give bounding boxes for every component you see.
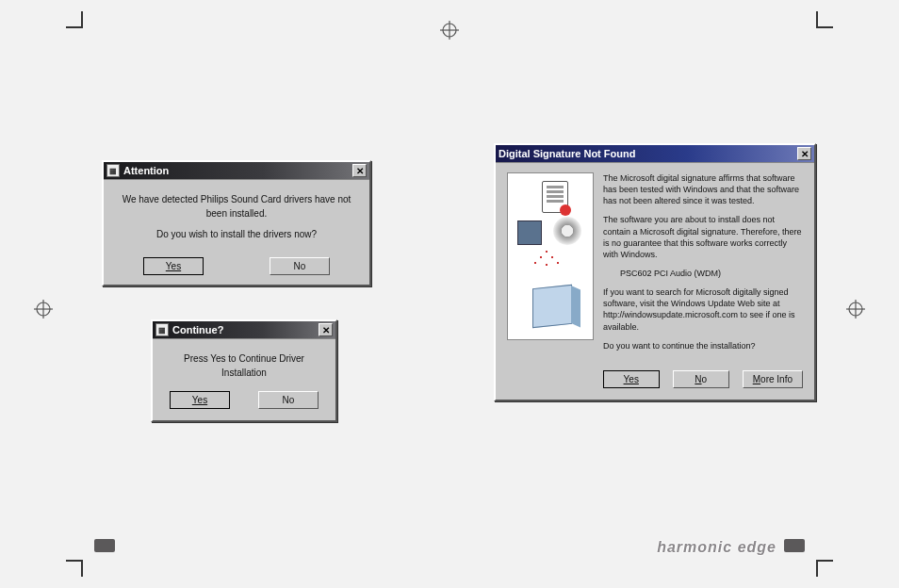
signature-para-1: The Microsoft digital signature affirms … xyxy=(603,172,803,206)
signature-titlebar[interactable]: Digital Signature Not Found ✕ xyxy=(496,145,814,163)
attention-message-2: Do you wish to install the drivers now? xyxy=(115,228,358,242)
crop-mark-bottom-right xyxy=(814,552,833,571)
crop-mark-top-right xyxy=(814,17,833,36)
signature-close-button[interactable]: ✕ xyxy=(797,147,811,160)
page-accent-right xyxy=(784,539,805,552)
computer-box-icon xyxy=(532,285,572,328)
attention-close-button[interactable]: ✕ xyxy=(352,164,367,177)
floppy-disk-icon xyxy=(517,220,542,245)
registration-mark-left xyxy=(34,300,53,318)
continue-titlebar[interactable]: ▦ Continue? ✕ xyxy=(153,321,335,339)
signature-no-button[interactable]: No xyxy=(673,370,729,388)
signature-title: Digital Signature Not Found xyxy=(499,148,797,159)
registration-mark-top xyxy=(440,21,459,40)
signature-para-2: The software you are about to install do… xyxy=(603,214,803,260)
signature-yes-button[interactable]: Yes xyxy=(603,370,660,388)
attention-yes-button[interactable]: Yes xyxy=(143,257,204,275)
continue-close-button[interactable]: ✕ xyxy=(319,323,333,336)
signature-para-3: If you want to search for Microsoft digi… xyxy=(603,286,803,333)
attention-titlebar[interactable]: ▦ Attention ✕ xyxy=(104,162,369,180)
crop-mark-top-left xyxy=(66,17,85,36)
continue-no-button[interactable]: No xyxy=(258,391,319,409)
cd-icon xyxy=(553,217,581,245)
attention-message-1: We have detected Philips Sound Card driv… xyxy=(115,193,358,220)
crop-mark-bottom-left xyxy=(66,552,85,571)
signature-prompt: Do you want to continue the installation… xyxy=(603,340,803,351)
signature-dialog: Digital Signature Not Found ✕ The Micros… xyxy=(494,143,816,401)
continue-yes-button[interactable]: Yes xyxy=(170,391,230,409)
signature-more-info-button[interactable]: More Info xyxy=(743,370,803,388)
attention-title-icon: ▦ xyxy=(106,164,120,177)
registration-mark-right xyxy=(846,300,865,318)
continue-title: Continue? xyxy=(172,324,319,335)
attention-title: Attention xyxy=(123,165,352,176)
continue-message: Press Yes to Continue Driver Installatio… xyxy=(162,352,326,380)
brand-logo-text: harmonic edge xyxy=(657,539,776,556)
continue-title-icon: ▦ xyxy=(155,323,169,336)
signature-illustration xyxy=(507,172,594,340)
continue-dialog: ▦ Continue? ✕ Press Yes to Continue Driv… xyxy=(151,319,337,422)
document-seal-icon xyxy=(542,181,568,213)
page-accent-left xyxy=(94,539,115,552)
transfer-dots-icon xyxy=(546,251,548,253)
attention-dialog: ▦ Attention ✕ We have detected Philips S… xyxy=(102,160,371,286)
attention-no-button[interactable]: No xyxy=(270,257,330,275)
signature-device-name: PSC602 PCI Audio (WDM) xyxy=(603,268,803,279)
